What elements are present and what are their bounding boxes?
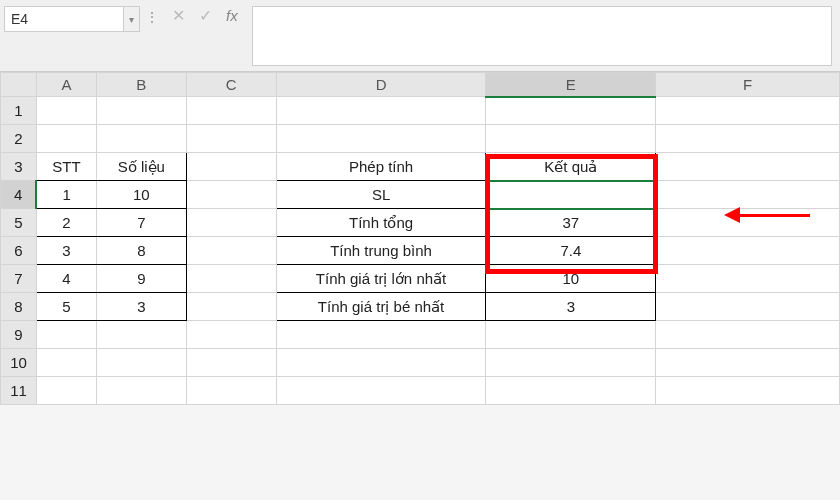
cell-B8[interactable]: 3 [96, 293, 186, 321]
formula-input[interactable] [252, 6, 832, 66]
cell-F11[interactable] [656, 377, 840, 405]
cell-A4[interactable]: 1 [36, 181, 96, 209]
cell-C2[interactable] [186, 125, 276, 153]
cell-F4[interactable] [656, 181, 840, 209]
cell-F1[interactable] [656, 97, 840, 125]
cell-B1[interactable] [96, 97, 186, 125]
row-header-7[interactable]: 7 [1, 265, 37, 293]
cell-F3[interactable] [656, 153, 840, 181]
cell-A6[interactable]: 3 [36, 237, 96, 265]
col-header-D[interactable]: D [276, 73, 486, 97]
row-header-2[interactable]: 2 [1, 125, 37, 153]
cell-A11[interactable] [36, 377, 96, 405]
cell-F7[interactable] [656, 265, 840, 293]
cell-D9[interactable] [276, 321, 486, 349]
row-header-3[interactable]: 3 [1, 153, 37, 181]
row-header-1[interactable]: 1 [1, 97, 37, 125]
cell-E10[interactable] [486, 349, 656, 377]
cell-E4[interactable] [486, 181, 656, 209]
cell-C4[interactable] [186, 181, 276, 209]
cell-F10[interactable] [656, 349, 840, 377]
row-header-10[interactable]: 10 [1, 349, 37, 377]
cell-D2[interactable] [276, 125, 486, 153]
cell-A1[interactable] [36, 97, 96, 125]
spreadsheet-grid[interactable]: A B C D E F 1 2 3 STT Số liệu Phép tính … [0, 72, 840, 405]
cell-D1[interactable] [276, 97, 486, 125]
cell-B2[interactable] [96, 125, 186, 153]
enter-icon[interactable]: ✓ [199, 6, 212, 25]
cell-E2[interactable] [486, 125, 656, 153]
name-box-wrap: E4 ▾ [0, 4, 144, 34]
arrow-head-icon [724, 207, 740, 223]
cell-C5[interactable] [186, 209, 276, 237]
cell-B5[interactable]: 7 [96, 209, 186, 237]
col-header-F[interactable]: F [656, 73, 840, 97]
annotation-arrow [724, 207, 810, 223]
row-header-6[interactable]: 6 [1, 237, 37, 265]
cell-D11[interactable] [276, 377, 486, 405]
arrow-line [740, 214, 810, 217]
name-box[interactable]: E4 [4, 6, 124, 32]
cell-C3[interactable] [186, 153, 276, 181]
row-header-8[interactable]: 8 [1, 293, 37, 321]
cancel-icon[interactable]: ✕ [172, 6, 185, 25]
cell-D7[interactable]: Tính giá trị lớn nhất [276, 265, 486, 293]
cell-E7[interactable]: 10 [486, 265, 656, 293]
row-header-9[interactable]: 9 [1, 321, 37, 349]
cell-F8[interactable] [656, 293, 840, 321]
cell-A7[interactable]: 4 [36, 265, 96, 293]
cell-B7[interactable]: 9 [96, 265, 186, 293]
cell-C9[interactable] [186, 321, 276, 349]
cell-B4[interactable]: 10 [96, 181, 186, 209]
cell-C6[interactable] [186, 237, 276, 265]
cell-C1[interactable] [186, 97, 276, 125]
cell-F9[interactable] [656, 321, 840, 349]
select-all-corner[interactable] [1, 73, 37, 97]
cell-B10[interactable] [96, 349, 186, 377]
fx-icon[interactable]: fx [226, 7, 238, 24]
col-header-C[interactable]: C [186, 73, 276, 97]
formula-bar: E4 ▾ ⋮ ✕ ✓ fx [0, 0, 840, 72]
cell-A9[interactable] [36, 321, 96, 349]
cell-A8[interactable]: 5 [36, 293, 96, 321]
cell-C10[interactable] [186, 349, 276, 377]
cell-D8[interactable]: Tính giá trị bé nhất [276, 293, 486, 321]
cell-B6[interactable]: 8 [96, 237, 186, 265]
col-header-B[interactable]: B [96, 73, 186, 97]
cell-C11[interactable] [186, 377, 276, 405]
cell-C8[interactable] [186, 293, 276, 321]
cell-D5[interactable]: Tính tổng [276, 209, 486, 237]
cell-B3[interactable]: Số liệu [96, 153, 186, 181]
cell-E8[interactable]: 3 [486, 293, 656, 321]
cell-E11[interactable] [486, 377, 656, 405]
cell-E6[interactable]: 7.4 [486, 237, 656, 265]
separator-dots: ⋮ [144, 4, 162, 30]
cell-A3[interactable]: STT [36, 153, 96, 181]
formula-buttons: ✕ ✓ fx [162, 4, 248, 27]
cell-E3[interactable]: Kết quả [486, 153, 656, 181]
row-header-5[interactable]: 5 [1, 209, 37, 237]
row-header-4[interactable]: 4 [1, 181, 37, 209]
cell-E5[interactable]: 37 [486, 209, 656, 237]
name-box-dropdown[interactable]: ▾ [124, 6, 140, 32]
row-header-11[interactable]: 11 [1, 377, 37, 405]
cell-D3[interactable]: Phép tính [276, 153, 486, 181]
cell-C7[interactable] [186, 265, 276, 293]
col-header-E[interactable]: E [486, 73, 656, 97]
cell-B11[interactable] [96, 377, 186, 405]
cell-B9[interactable] [96, 321, 186, 349]
cell-A2[interactable] [36, 125, 96, 153]
cell-A10[interactable] [36, 349, 96, 377]
cell-D6[interactable]: Tính trung bình [276, 237, 486, 265]
cell-F2[interactable] [656, 125, 840, 153]
cell-A5[interactable]: 2 [36, 209, 96, 237]
cell-E9[interactable] [486, 321, 656, 349]
cell-D4[interactable]: SL [276, 181, 486, 209]
cell-F6[interactable] [656, 237, 840, 265]
cell-D10[interactable] [276, 349, 486, 377]
cell-E1[interactable] [486, 97, 656, 125]
col-header-A[interactable]: A [36, 73, 96, 97]
